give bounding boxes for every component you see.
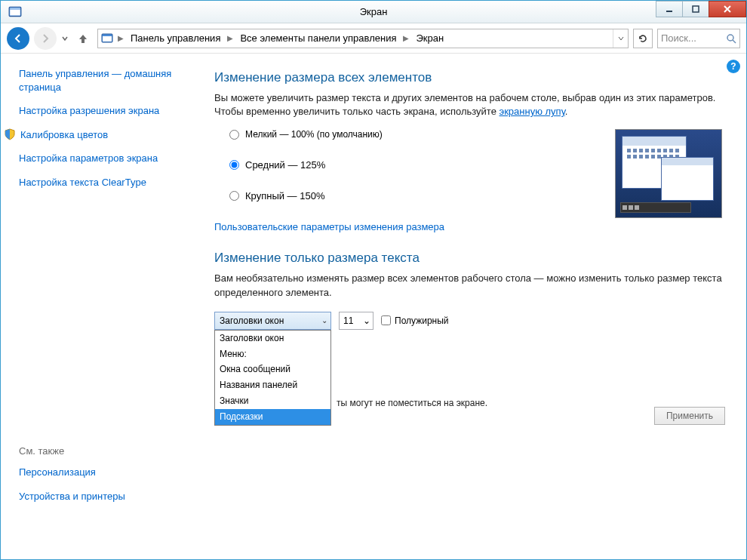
combo-option[interactable]: Меню: bbox=[215, 346, 330, 362]
breadcrumb-item[interactable]: Панель управления bbox=[128, 31, 223, 45]
recent-locations-icon[interactable] bbox=[61, 33, 69, 44]
address-bar[interactable]: ▶ Панель управления ▶ Все элементы панел… bbox=[97, 29, 629, 48]
forward-button[interactable] bbox=[34, 27, 57, 50]
sidebar-also-title: См. также bbox=[19, 445, 183, 457]
svg-rect-1 bbox=[10, 9, 20, 15]
sidebar-link-resolution[interactable]: Настройка разрешения экрана bbox=[19, 104, 183, 118]
minimize-button[interactable] bbox=[656, 1, 683, 17]
svg-line-8 bbox=[733, 40, 736, 43]
magnifier-link[interactable]: экранную лупу bbox=[500, 106, 565, 117]
element-combo[interactable]: Заголовки окон ⌄ bbox=[214, 312, 331, 330]
close-button[interactable] bbox=[709, 1, 746, 17]
breadcrumb-separator[interactable]: ▶ bbox=[116, 34, 125, 42]
address-dropdown[interactable] bbox=[613, 29, 628, 48]
navbar: ▶ Панель управления ▶ Все элементы панел… bbox=[1, 23, 746, 54]
content-area: ? Изменение размера всех элементов Вы мо… bbox=[192, 54, 746, 559]
svg-rect-4 bbox=[693, 6, 699, 12]
svg-rect-2 bbox=[10, 8, 20, 9]
sidebar-link-calibration[interactable]: Калибровка цветов bbox=[4, 128, 183, 142]
chevron-down-icon: ⌄ bbox=[321, 316, 327, 325]
shield-icon bbox=[4, 128, 16, 140]
combo-option-selected[interactable]: Подсказки bbox=[215, 409, 330, 425]
svg-rect-6 bbox=[103, 36, 112, 42]
chevron-down-icon: ⌄ bbox=[363, 315, 370, 326]
sidebar-also-devices[interactable]: Устройства и принтеры bbox=[19, 490, 183, 503]
maximize-button[interactable] bbox=[682, 1, 709, 17]
help-button[interactable]: ? bbox=[727, 60, 740, 73]
back-button[interactable] bbox=[7, 27, 29, 50]
custom-sizing-link[interactable]: Пользовательские параметры изменения раз… bbox=[214, 221, 444, 232]
section1-title: Изменение размера всех элементов bbox=[214, 70, 728, 85]
svg-rect-3 bbox=[666, 11, 672, 12]
window-title: Экран bbox=[1, 6, 746, 17]
combo-option[interactable]: Заголовки окон bbox=[215, 331, 330, 346]
search-placeholder: Поиск... bbox=[661, 32, 696, 44]
titlebar: Экран bbox=[1, 1, 746, 23]
breadcrumb-separator[interactable]: ▶ bbox=[401, 34, 410, 42]
sidebar-also-personalization[interactable]: Персонализация bbox=[19, 466, 183, 479]
sidebar-link-cleartype[interactable]: Настройка текста ClearType bbox=[19, 176, 183, 189]
apply-button[interactable]: Применить bbox=[654, 407, 725, 425]
combo-option[interactable]: Названия панелей bbox=[215, 377, 330, 393]
svg-point-7 bbox=[727, 35, 733, 41]
sidebar-home-link[interactable]: Панель управления — домашняя страница bbox=[19, 67, 183, 94]
font-size-select[interactable]: 11 ⌄ bbox=[339, 312, 374, 330]
breadcrumb-item[interactable]: Экран bbox=[413, 31, 446, 45]
breadcrumb-icon bbox=[101, 32, 113, 45]
section2-title: Изменение только размера текста bbox=[214, 251, 728, 266]
section1-desc: Вы можете увеличить размер текста и друг… bbox=[214, 91, 728, 118]
refresh-button[interactable] bbox=[633, 29, 653, 48]
combo-option[interactable]: Окна сообщений bbox=[215, 362, 330, 377]
search-input[interactable]: Поиск... bbox=[657, 29, 740, 48]
element-combo-dropdown: Заголовки окон Меню: Окна сообщений Назв… bbox=[214, 330, 331, 426]
control-panel-icon bbox=[8, 5, 22, 19]
up-button[interactable] bbox=[73, 29, 93, 48]
section2-desc: Вам необязательно изменять размер всех э… bbox=[214, 272, 728, 299]
bold-checkbox[interactable]: Полужирный bbox=[381, 315, 449, 326]
search-icon bbox=[726, 33, 736, 44]
breadcrumb-item[interactable]: Все элементы панели управления bbox=[238, 31, 398, 45]
sidebar-link-display-params[interactable]: Настройка параметров экрана bbox=[19, 152, 183, 165]
preview-image bbox=[615, 129, 722, 218]
breadcrumb-separator[interactable]: ▶ bbox=[226, 34, 235, 42]
combo-option[interactable]: Значки bbox=[215, 393, 330, 409]
sidebar: Панель управления — домашняя страница На… bbox=[1, 54, 192, 559]
